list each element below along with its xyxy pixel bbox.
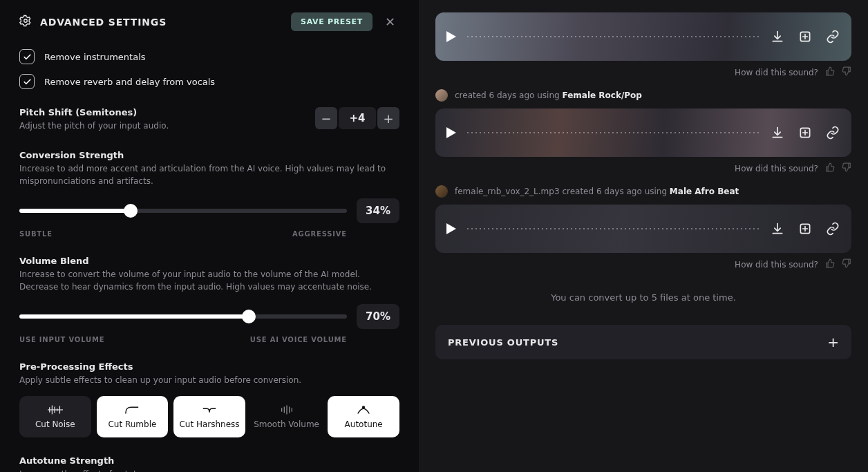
remove-instrumentals-checkbox[interactable] (19, 49, 35, 64)
output-card (435, 12, 851, 61)
pitch-increment-button[interactable]: + (377, 107, 399, 129)
link-icon[interactable] (825, 221, 840, 236)
output-meta-created: created 6 days ago using (562, 187, 669, 196)
save-preset-button[interactable]: Save Preset (291, 12, 372, 31)
feedback-row: How did this sound? (435, 66, 851, 78)
remove-instrumentals-row: Remove instrumentals (19, 49, 399, 64)
effect-autotune-button[interactable]: Autotune (328, 396, 399, 437)
remove-reverb-checkbox[interactable] (19, 74, 35, 89)
output-card (435, 205, 851, 253)
svg-point-0 (24, 19, 28, 23)
conversion-strength-max: Aggressive (292, 230, 347, 238)
waveform[interactable] (466, 36, 760, 37)
pitch-decrement-button[interactable]: − (315, 107, 337, 129)
voice-avatar (435, 89, 448, 102)
volume-blend-slider[interactable] (19, 310, 347, 323)
autotune-strength-section: Autotune Strength Increases the effect o… (19, 455, 399, 472)
pitch-shift-section: Pitch Shift (Semitones) Adjust the pitch… (19, 107, 399, 132)
remove-reverb-label: Remove reverb and delay from vocals (44, 77, 215, 87)
waveform[interactable] (466, 132, 760, 133)
output-meta-voice: Female Rock/Pop (562, 91, 641, 100)
output-meta-prefix: female_rnb_vox_2_L.mp3 (455, 187, 562, 196)
output-card (435, 108, 851, 157)
link-icon[interactable] (825, 125, 840, 140)
effect-cut-noise-button[interactable]: Cut Noise (19, 396, 91, 437)
thumbs-down-icon[interactable] (842, 66, 851, 78)
conversion-strength-slider[interactable] (19, 204, 347, 218)
effect-cut-rumble-button[interactable]: Cut Rumble (97, 396, 169, 437)
cut-rumble-icon (124, 404, 140, 415)
pitch-value: +4 (339, 107, 376, 129)
play-button[interactable] (446, 127, 456, 138)
effect-cut-harshness-button[interactable]: Cut Harshness (173, 396, 245, 437)
autotune-strength-title: Autotune Strength (19, 455, 399, 466)
enhance-icon[interactable] (798, 125, 813, 140)
enhance-icon[interactable] (798, 221, 813, 236)
volume-blend-section: Volume Blend Increase to convert the vol… (19, 256, 399, 343)
panel-title: Advanced Settings (40, 17, 283, 28)
previous-outputs-label: Previous Outputs (448, 337, 558, 348)
cut-noise-icon (48, 404, 63, 415)
download-icon[interactable] (770, 221, 785, 236)
conversion-strength-section: Conversion Strength Increase to add more… (19, 150, 399, 238)
volume-blend-value: 70% (357, 304, 399, 329)
pitch-shift-sub: Adjust the pitch of your input audio. (19, 120, 301, 132)
download-icon[interactable] (770, 29, 785, 44)
remove-instrumentals-label: Remove instrumentals (44, 52, 146, 62)
pitch-shift-stepper: − +4 + (315, 107, 399, 129)
play-button[interactable] (446, 31, 456, 42)
conversion-strength-title: Conversion Strength (19, 150, 399, 160)
conversion-strength-value: 34% (357, 198, 399, 223)
effect-smooth-volume-button[interactable]: Smooth Volume (251, 396, 323, 437)
pitch-shift-title: Pitch Shift (Semitones) (19, 107, 301, 117)
link-icon[interactable] (825, 29, 840, 44)
volume-blend-max: Use AI Voice Volume (250, 336, 347, 343)
remove-reverb-row: Remove reverb and delay from vocals (19, 74, 399, 89)
thumbs-up-icon[interactable] (825, 162, 835, 174)
feedback-prompt: How did this sound? (735, 164, 818, 173)
feedback-row: How did this sound? (435, 258, 851, 270)
svg-point-12 (363, 406, 365, 408)
close-icon[interactable]: ✕ (381, 15, 399, 29)
play-button[interactable] (446, 223, 456, 234)
outputs-panel: How did this sound? created 6 days ago u… (419, 0, 868, 472)
conversion-strength-min: Subtle (19, 230, 53, 238)
feedback-prompt: How did this sound? (735, 68, 818, 77)
panel-header: Advanced Settings Save Preset ✕ (19, 12, 399, 31)
thumbs-down-icon[interactable] (842, 162, 851, 174)
volume-blend-title: Volume Blend (19, 256, 399, 266)
output-meta-voice: Male Afro Beat (670, 187, 739, 196)
volume-blend-sub: Increase to convert the volume of your i… (19, 269, 399, 293)
smooth-volume-icon (279, 404, 294, 415)
advanced-settings-panel: Advanced Settings Save Preset ✕ Remove i… (0, 0, 419, 472)
plus-icon: + (827, 334, 839, 350)
thumbs-down-icon[interactable] (842, 258, 851, 270)
voice-avatar (435, 185, 448, 198)
pre-processing-section: Pre-Processing Effects Apply subtle effe… (19, 361, 399, 437)
enhance-icon[interactable] (798, 29, 813, 44)
output-meta: created 6 days ago using Female Rock/Pop (435, 89, 851, 102)
pre-processing-sub: Apply subtle effects to clean up your in… (19, 375, 399, 386)
autotune-strength-sub: Increases the effect of autotune (19, 469, 399, 472)
output-meta: female_rnb_vox_2_L.mp3 created 6 days ag… (435, 185, 851, 198)
output-meta-created: created 6 days ago using (455, 91, 562, 100)
gear-icon (19, 15, 32, 29)
feedback-prompt: How did this sound? (735, 260, 818, 270)
conversion-limit-info: You can convert up to 5 files at one tim… (435, 292, 851, 303)
cut-harshness-icon (202, 404, 217, 415)
conversion-strength-sub: Increase to add more accent and articula… (19, 163, 399, 187)
autotune-icon (356, 404, 371, 415)
waveform[interactable] (466, 228, 760, 229)
feedback-row: How did this sound? (435, 162, 851, 174)
previous-outputs-toggle[interactable]: Previous Outputs + (435, 325, 851, 359)
thumbs-up-icon[interactable] (825, 66, 835, 78)
volume-blend-min: Use Input Volume (19, 336, 104, 343)
download-icon[interactable] (770, 125, 785, 140)
thumbs-up-icon[interactable] (825, 258, 835, 270)
pre-processing-title: Pre-Processing Effects (19, 361, 399, 372)
